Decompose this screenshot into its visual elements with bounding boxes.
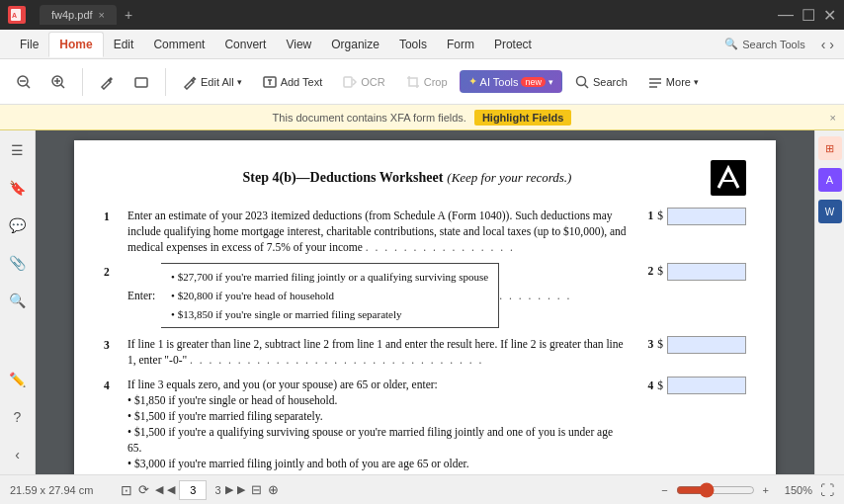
fullscreen-icon[interactable]: ⛶	[820, 482, 834, 498]
zoom-slider[interactable]	[676, 482, 755, 498]
search-tools[interactable]: 🔍 Search Tools	[717, 34, 812, 54]
ribbon-tools[interactable]: Tools	[389, 33, 437, 56]
more-btn[interactable]: More ▾	[639, 69, 707, 95]
sidebar-search-icon[interactable]: 🔍	[4, 287, 32, 314]
ribbon-file[interactable]: File	[10, 33, 48, 56]
minimize-icon: —	[778, 6, 794, 24]
fit-page-icon[interactable]: ⊡	[121, 482, 132, 498]
new-tab-btn[interactable]: +	[117, 3, 140, 27]
edit-icon	[182, 74, 198, 90]
svg-rect-11	[344, 77, 352, 87]
status-bar: 21.59 x 27.94 cm ⊡ ⟳ ◀ ◀ 3 3 ▶ ▶ ⊟ ⊕ − +…	[0, 474, 844, 504]
next-page-btn2[interactable]: ▶	[237, 483, 245, 496]
sidebar-bookmark-icon[interactable]: 🔖	[4, 174, 32, 202]
ribbon-form[interactable]: Form	[437, 33, 484, 56]
highlight-fields-btn[interactable]: Highlight Fields	[474, 110, 572, 126]
pdf-area: Step 4(b)—Deductions Worksheet (Keep for…	[36, 130, 814, 474]
sidebar-thumbnail-icon[interactable]: ☰	[4, 136, 32, 164]
pdf-title: Step 4(b)—Deductions Worksheet	[243, 168, 444, 188]
svg-line-6	[61, 84, 65, 88]
file-tab[interactable]: fw4p.pdf ×	[40, 5, 117, 25]
edit-all-label: Edit All	[201, 76, 234, 88]
sidebar-edit-icon[interactable]: ✏️	[4, 366, 32, 393]
zoom-out-btn[interactable]	[8, 69, 40, 95]
tab-close-btn[interactable]: ×	[99, 9, 105, 21]
ribbon-protect[interactable]: Protect	[484, 33, 542, 56]
ocr-btn[interactable]: OCR	[334, 69, 392, 95]
add-text-btn[interactable]: Add Text	[254, 69, 331, 95]
ribbon-edit[interactable]: Edit	[104, 33, 144, 56]
draw-group	[91, 69, 157, 95]
row-right-1: 1 $	[637, 208, 746, 225]
zoom-plus-icon[interactable]: +	[763, 484, 769, 496]
ocr-label: OCR	[361, 76, 384, 88]
crop-btn[interactable]: Crop	[397, 69, 456, 95]
select-icon[interactable]: ⊕	[268, 482, 279, 497]
zoom-in-btn[interactable]	[42, 69, 74, 95]
right-ai-icon[interactable]: A	[818, 168, 842, 192]
prev-page-btn2[interactable]: ◀	[167, 483, 175, 496]
dollar-sign-2: $	[657, 263, 663, 279]
rotate-icon[interactable]: ⟳	[138, 482, 149, 497]
ribbon-view[interactable]: View	[276, 33, 321, 56]
divider-2	[165, 68, 166, 96]
rect-btn[interactable]	[126, 69, 157, 95]
line-num-4: 4	[648, 378, 654, 393]
dollar-box-3[interactable]	[667, 336, 746, 354]
close-icon[interactable]: ✕	[823, 6, 836, 25]
search-tools-label: Search Tools	[742, 39, 804, 50]
sidebar-collapse-icon[interactable]: ‹	[4, 441, 32, 468]
svg-text:A: A	[12, 12, 17, 19]
window-controls: — ☐ ✕	[778, 6, 836, 25]
next-page-btn[interactable]: ▶	[225, 483, 233, 496]
ribbon-convert[interactable]: Convert	[214, 33, 276, 56]
ribbon-organize[interactable]: Organize	[321, 33, 389, 56]
pdf-logo	[711, 160, 746, 196]
right-word-icon[interactable]: W	[818, 200, 842, 223]
file-tab-label: fw4p.pdf	[51, 9, 93, 21]
svg-point-12	[577, 76, 586, 85]
ai-tools-arrow: ▾	[549, 77, 553, 87]
row-num-4: 4	[104, 377, 120, 393]
crop-icon	[405, 74, 421, 90]
nav-back-icon[interactable]: ‹	[821, 37, 826, 52]
sidebar-comment-icon[interactable]: 💬	[4, 211, 32, 239]
row-content-3: If line 1 is greater than line 2, subtra…	[127, 336, 630, 368]
svg-rect-9	[135, 78, 147, 87]
sidebar-help-icon[interactable]: ?	[4, 403, 32, 431]
page-input[interactable]: 3	[179, 480, 207, 500]
prev-page-btn[interactable]: ◀	[155, 483, 163, 496]
bullet-1: • $27,700 if you're married filing joint…	[171, 268, 488, 287]
line-num-3: 3	[648, 336, 654, 352]
search-btn[interactable]: Search	[566, 69, 635, 95]
row-right-3: 3 $	[637, 336, 746, 354]
ribbon-comment[interactable]: Comment	[143, 33, 214, 56]
ribbon-tabs: File Home Edit Comment Convert View Orga…	[0, 30, 844, 59]
notification-close-btn[interactable]: ×	[830, 112, 836, 124]
nav-fwd-icon[interactable]: ›	[829, 37, 834, 52]
pen-btn[interactable]	[91, 69, 123, 95]
ribbon-home[interactable]: Home	[48, 32, 103, 57]
dollar-box-1[interactable]	[667, 208, 746, 225]
dollar-box-2[interactable]	[667, 263, 746, 281]
line-num-1: 1	[648, 208, 654, 223]
notification-text: This document contains XFA form fields.	[273, 112, 466, 124]
zoom-minus-icon[interactable]: −	[661, 484, 667, 496]
row-right-2: 2 $	[637, 263, 746, 281]
add-text-label: Add Text	[281, 76, 323, 88]
ai-star-icon: ✦	[468, 75, 477, 88]
adjust-icon[interactable]: ⊟	[251, 482, 262, 497]
dollar-sign-4: $	[657, 378, 663, 393]
row-content-2: Enter: • $27,700 if you're married filin…	[127, 263, 630, 328]
edit-all-btn[interactable]: Edit All ▾	[174, 69, 250, 95]
sidebar-attachment-icon[interactable]: 📎	[4, 249, 32, 277]
title-bar: A fw4p.pdf × + — ☐ ✕	[0, 0, 844, 30]
right-panel-icon[interactable]: ⊞	[818, 136, 842, 160]
row-num-1: 1	[104, 208, 120, 224]
dollar-box-4[interactable]	[667, 377, 746, 394]
search-label: Search	[593, 76, 628, 88]
left-sidebar: ☰ 🔖 💬 📎 🔍 ✏️ ? ‹	[0, 130, 36, 474]
pdf-header: Step 4(b)—Deductions Worksheet (Keep for…	[104, 160, 746, 196]
more-label: More	[666, 76, 691, 88]
ai-tools-btn[interactable]: ✦ AI Tools new ▾	[460, 70, 562, 93]
